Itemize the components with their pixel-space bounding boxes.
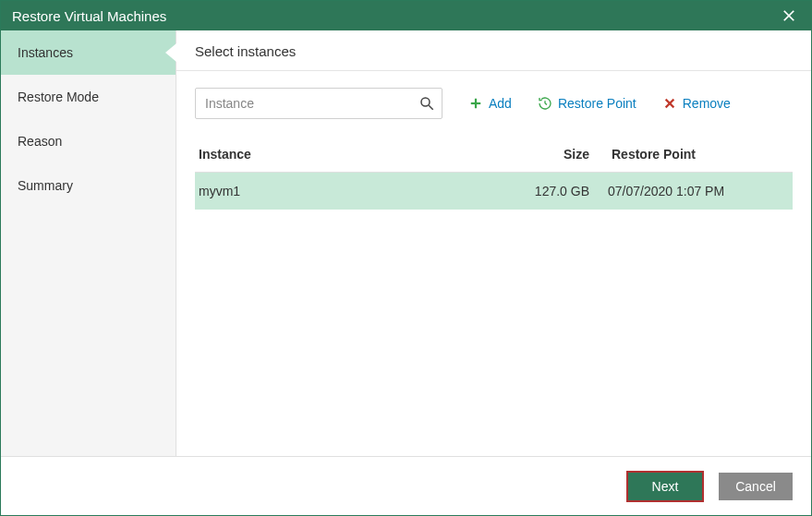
sidebar-item-reason[interactable]: Reason	[1, 119, 176, 163]
remove-icon	[662, 96, 677, 111]
dialog-footer: Next Cancel	[1, 456, 811, 515]
sidebar-item-label: Restore Mode	[18, 90, 99, 104]
restore-point-icon	[538, 96, 552, 111]
cancel-button[interactable]: Cancel	[719, 473, 793, 500]
col-size[interactable]: Size	[506, 147, 608, 162]
search-box	[195, 88, 442, 119]
restore-point-button[interactable]: Restore Point	[538, 96, 636, 111]
remove-label: Remove	[683, 96, 731, 111]
page-title: Select instances	[176, 30, 811, 71]
col-restore-point[interactable]: Restore Point	[608, 147, 793, 162]
dialog-window: Restore Virtual Machines Instances Resto…	[0, 0, 812, 516]
cell-instance: myvm1	[195, 184, 506, 198]
search-icon[interactable]	[418, 95, 435, 112]
window-title: Restore Virtual Machines	[12, 8, 166, 24]
remove-button[interactable]: Remove	[662, 96, 731, 111]
svg-point-2	[421, 98, 430, 106]
cell-restore-point: 07/07/2020 1:07 PM	[608, 184, 793, 198]
sidebar-item-label: Reason	[18, 134, 62, 149]
close-icon	[782, 9, 795, 22]
dialog-body: Instances Restore Mode Reason Summary Se…	[1, 30, 811, 456]
close-button[interactable]	[778, 5, 800, 27]
table-header: Instance Size Restore Point	[195, 136, 793, 173]
titlebar: Restore Virtual Machines	[1, 1, 811, 30]
wizard-sidebar: Instances Restore Mode Reason Summary	[1, 30, 176, 456]
plus-icon	[468, 96, 483, 111]
instances-table: Instance Size Restore Point myvm1 127.0 …	[176, 136, 811, 210]
restore-point-label: Restore Point	[558, 96, 636, 111]
sidebar-item-summary[interactable]: Summary	[1, 163, 176, 208]
sidebar-item-restore-mode[interactable]: Restore Mode	[1, 75, 176, 119]
table-row[interactable]: myvm1 127.0 GB 07/07/2020 1:07 PM	[195, 173, 793, 210]
svg-line-7	[545, 103, 547, 104]
next-button[interactable]: Next	[628, 473, 702, 500]
toolbar: Add Restore Point	[176, 71, 811, 136]
sidebar-item-instances[interactable]: Instances	[1, 30, 176, 75]
search-input[interactable]	[195, 88, 442, 119]
sidebar-item-label: Instances	[18, 45, 73, 60]
add-label: Add	[489, 96, 512, 111]
content-pane: Select instances	[176, 30, 811, 456]
spacer	[176, 210, 811, 456]
svg-line-3	[429, 105, 433, 110]
sidebar-item-label: Summary	[18, 178, 73, 193]
col-instance[interactable]: Instance	[195, 147, 506, 162]
add-button[interactable]: Add	[468, 96, 512, 111]
cell-size: 127.0 GB	[506, 184, 608, 198]
